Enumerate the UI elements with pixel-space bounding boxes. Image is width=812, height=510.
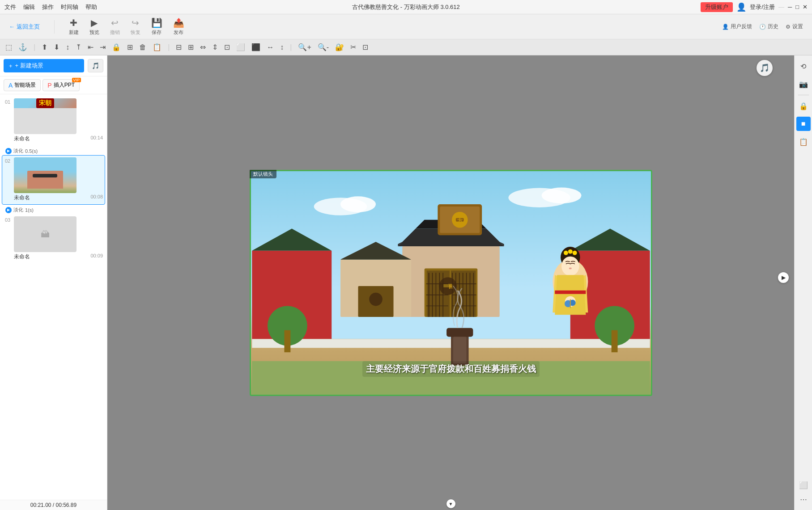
align-right-tool[interactable]: ⇥ (98, 42, 107, 52)
align-top2-tool[interactable]: ⤒ (74, 42, 83, 52)
lock2-tool[interactable]: 🔐 (333, 42, 346, 52)
right-toolbar: ⟲ 📷 🔒 ■ 📋 ⬜ ⋯ (794, 55, 812, 510)
close-button[interactable]: ✕ (803, 4, 808, 10)
scene-transition-1[interactable]: ▶ 淡化 0.5(s) (2, 147, 105, 155)
anchor-tool[interactable]: ⚓ (17, 42, 29, 52)
right-layer-button[interactable]: 📋 (796, 135, 811, 149)
send-back-tool[interactable]: ⬛ (250, 42, 262, 52)
user-feedback-button[interactable]: 👤 用户反馈 (722, 23, 752, 30)
scene-name-1: 未命名 (14, 135, 30, 143)
svg-point-57 (572, 250, 577, 255)
svg-text:方: 方 (456, 217, 463, 223)
scene-item-3[interactable]: 03 🏔 未命名 00:09 (2, 214, 105, 264)
flip-h-tool[interactable]: ↔ (265, 42, 276, 52)
copy-tool[interactable]: 📋 (151, 42, 163, 52)
new-scene-button[interactable]: + + 新建场景 (4, 59, 84, 72)
spacing-v-tool[interactable]: ⇕ (210, 42, 220, 52)
settings-button[interactable]: ⚙ 设置 (786, 23, 803, 30)
insert-ppt-button[interactable]: P 插入PPT VIP (43, 79, 80, 91)
zoom-in-tool[interactable]: 🔍+ (296, 42, 313, 52)
object-toolbar: ⬚ ⚓ | ⬆ ⬇ ↕ ⤒ ⇤ ⇥ 🔒 ⊞ 🗑 📋 | ⊟ ⊞ ⇔ ⇕ ⊡ ⬜ … (0, 39, 812, 55)
svg-point-56 (568, 249, 572, 253)
more-tool[interactable]: ⊡ (361, 42, 370, 52)
canvas-label: 默认镜头 (250, 170, 276, 178)
transition-duration-2: 1(s) (25, 207, 34, 213)
minimize-button[interactable]: ─ (788, 4, 792, 10)
total-time-value: / 00:56.89 (53, 502, 77, 508)
group-tool[interactable]: ⊞ (125, 42, 135, 52)
smart-scene-label: 智能场景 (14, 81, 36, 89)
history-button[interactable]: 🕐 历史 (759, 23, 778, 30)
maximize-button[interactable]: □ (795, 4, 799, 10)
spacing-h-tool[interactable]: ⇔ (198, 42, 208, 52)
plus-icon: + (9, 63, 13, 69)
delete-tool[interactable]: 🗑 (137, 42, 148, 52)
align-top-tool[interactable]: ⬆ (40, 42, 49, 52)
distribute-v-tool[interactable]: ⊞ (186, 42, 196, 52)
svg-rect-52 (453, 337, 466, 363)
scene-item-1[interactable]: 01 宋朝 未命名 00:14 (2, 96, 105, 146)
expand-arrow-button[interactable]: ▶ (778, 272, 789, 283)
toolbar-right-area: 👤 用户反馈 🕐 历史 ⚙ 设置 (722, 23, 803, 30)
right-lock-button[interactable]: 🔒 (796, 99, 811, 113)
redo-toolbar-button[interactable]: ↪ 恢复 (131, 17, 140, 36)
svg-rect-60 (555, 290, 586, 294)
canvas-frame[interactable]: 默认镜头 (250, 170, 652, 396)
login-button[interactable]: 登录/注册 (750, 3, 775, 11)
user-avatar-icon: 👤 (736, 2, 746, 12)
right-expand-button[interactable]: ⟲ (796, 59, 811, 73)
align-vcenter-tool[interactable]: ↕ (64, 42, 71, 52)
undo-toolbar-button[interactable]: ↩ 撤销 (110, 17, 120, 36)
music-note-button[interactable]: 🎵 (757, 60, 773, 76)
right-divider-1 (798, 95, 809, 95)
new-icon: ✚ (70, 17, 77, 28)
align-bottom-tool[interactable]: ⬇ (52, 42, 61, 52)
collapse-arrow-button[interactable]: ▼ (446, 499, 455, 508)
distribute-h-tool[interactable]: ⊟ (174, 42, 183, 52)
right-camera-button[interactable]: 📷 (796, 77, 811, 91)
save-toolbar-button[interactable]: 💾 保存 (151, 17, 162, 36)
music-button[interactable]: 🎵 (88, 59, 103, 72)
publish-toolbar-button[interactable]: 📤 发布 (173, 17, 184, 36)
smart-scene-button[interactable]: A 智能场景 (4, 79, 41, 91)
upgrade-button[interactable]: 升级账户 (701, 2, 733, 12)
transition-label-1: 淡化 (13, 148, 23, 154)
scene-item-2[interactable]: 02 未命名 00:08 (2, 155, 105, 205)
back-home-button[interactable]: ← 返回主页 (9, 23, 40, 31)
menu-edit[interactable]: 编辑 (23, 3, 35, 11)
new-toolbar-button[interactable]: ✚ 新建 (69, 17, 79, 36)
scene-transition-2[interactable]: ▶ 淡化 1(s) (2, 206, 105, 214)
menu-help[interactable]: 帮助 (85, 3, 97, 11)
arrange-tool[interactable]: ⊡ (222, 42, 232, 52)
flip-v-tool[interactable]: ↕ (278, 42, 285, 52)
insert-ppt-label: 插入PPT (54, 81, 75, 89)
menu-operation[interactable]: 操作 (42, 3, 54, 11)
align-left-tool[interactable]: ⇤ (86, 42, 95, 52)
preview-label: 预览 (89, 29, 99, 36)
scene-name-3: 未命名 (14, 253, 30, 261)
preview-toolbar-button[interactable]: ▶ 预览 (89, 17, 99, 36)
right-more-button[interactable]: ⋯ (796, 492, 811, 506)
scene-duration-1: 00:14 (90, 135, 103, 143)
app-title: 古代佛教慈善文化 - 万彩动画大师 3.0.612 (352, 3, 460, 11)
crop-tool[interactable]: ✂ (349, 42, 358, 52)
main-layout: + + 新建场景 🎵 A 智能场景 P 插入PPT VIP 01 (0, 55, 812, 510)
svg-point-55 (563, 250, 568, 255)
new-scene-label: + 新建场景 (15, 62, 43, 70)
bring-front-tool[interactable]: ⬜ (234, 42, 247, 52)
right-toolbar-bottom: ⬜ ⋯ (796, 478, 811, 506)
select-tool[interactable]: ⬚ (4, 42, 14, 52)
canvas-container: 默认镜头 (107, 55, 794, 510)
menu-timeline[interactable]: 时间轴 (61, 3, 78, 11)
lock-tool[interactable]: 🔒 (110, 42, 123, 52)
canvas-area: 默认镜头 (107, 55, 794, 510)
new-label: 新建 (69, 29, 79, 36)
zoom-out-tool[interactable]: 🔍- (316, 42, 331, 52)
scene-list: 01 宋朝 未命名 00:14 ▶ 淡化 0.5(s) (0, 94, 107, 500)
right-color-button[interactable]: ■ (796, 117, 811, 131)
svg-point-68 (541, 187, 581, 203)
scene-num-3: 03 (4, 216, 11, 223)
menu-file[interactable]: 文件 (4, 3, 16, 11)
right-screenshot-button[interactable]: ⬜ (796, 478, 811, 492)
svg-rect-11 (611, 330, 617, 352)
